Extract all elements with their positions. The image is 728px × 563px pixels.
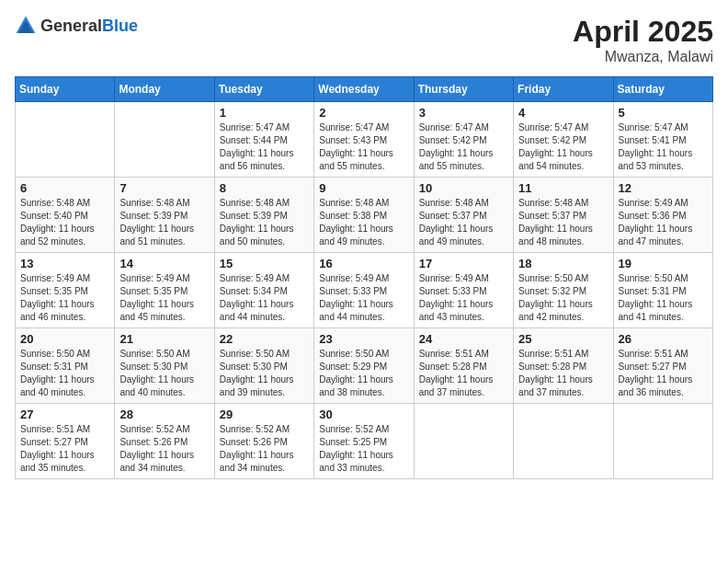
day-number: 2 [319,106,408,120]
day-info: Sunrise: 5:52 AM Sunset: 5:26 PM Dayligh… [220,423,309,475]
calendar-day-cell: 24Sunrise: 5:51 AM Sunset: 5:28 PM Dayli… [414,328,513,404]
day-number: 15 [220,257,309,270]
calendar-day-cell: 22Sunrise: 5:50 AM Sunset: 5:30 PM Dayli… [214,328,313,404]
calendar-day-cell: 27Sunrise: 5:51 AM Sunset: 5:27 PM Dayli… [16,404,115,479]
day-number: 20 [20,332,109,346]
day-info: Sunrise: 5:51 AM Sunset: 5:28 PM Dayligh… [518,348,608,399]
day-number: 24 [419,332,508,346]
day-of-week-header: Wednesday [314,77,414,102]
calendar-day-cell: 13Sunrise: 5:49 AM Sunset: 5:35 PM Dayli… [16,253,115,328]
day-info: Sunrise: 5:47 AM Sunset: 5:42 PM Dayligh… [419,121,508,173]
day-number: 25 [518,332,608,346]
day-number: 5 [619,106,708,120]
day-info: Sunrise: 5:47 AM Sunset: 5:42 PM Dayligh… [518,121,608,173]
day-number: 19 [619,257,708,270]
day-number: 22 [220,332,309,346]
day-number: 3 [419,106,508,120]
day-info: Sunrise: 5:48 AM Sunset: 5:37 PM Dayligh… [419,197,508,248]
day-info: Sunrise: 5:52 AM Sunset: 5:26 PM Dayligh… [119,423,209,475]
day-number: 16 [319,257,408,270]
day-info: Sunrise: 5:52 AM Sunset: 5:25 PM Dayligh… [319,423,408,475]
day-number: 30 [319,408,408,421]
calendar-body: 1Sunrise: 5:47 AM Sunset: 5:44 PM Daylig… [16,102,713,479]
day-number: 29 [220,408,309,421]
day-info: Sunrise: 5:48 AM Sunset: 5:39 PM Dayligh… [220,197,309,248]
calendar-day-cell: 8Sunrise: 5:48 AM Sunset: 5:39 PM Daylig… [214,178,313,253]
calendar-day-cell [414,404,513,479]
calendar-day-cell: 29Sunrise: 5:52 AM Sunset: 5:26 PM Dayli… [214,404,313,479]
calendar-day-cell: 5Sunrise: 5:47 AM Sunset: 5:41 PM Daylig… [613,102,712,178]
calendar-day-cell: 25Sunrise: 5:51 AM Sunset: 5:28 PM Dayli… [514,328,613,404]
day-info: Sunrise: 5:48 AM Sunset: 5:40 PM Dayligh… [20,197,109,248]
day-number: 1 [220,106,309,120]
calendar-day-cell: 12Sunrise: 5:49 AM Sunset: 5:36 PM Dayli… [613,178,712,253]
day-number: 10 [419,181,508,195]
calendar-week-row: 27Sunrise: 5:51 AM Sunset: 5:27 PM Dayli… [16,404,713,479]
day-number: 11 [518,181,608,195]
day-number: 26 [619,332,708,346]
calendar-day-cell: 4Sunrise: 5:47 AM Sunset: 5:42 PM Daylig… [514,102,613,178]
page-header: GeneralBlue April 2025 Mwanza, Malawi [15,15,713,65]
calendar-day-cell: 11Sunrise: 5:48 AM Sunset: 5:37 PM Dayli… [514,178,613,253]
day-info: Sunrise: 5:47 AM Sunset: 5:41 PM Dayligh… [619,121,708,173]
day-info: Sunrise: 5:47 AM Sunset: 5:43 PM Dayligh… [319,121,408,173]
calendar-day-cell: 7Sunrise: 5:48 AM Sunset: 5:39 PM Daylig… [115,178,214,253]
calendar-week-row: 1Sunrise: 5:47 AM Sunset: 5:44 PM Daylig… [16,102,713,178]
day-number: 17 [419,257,508,270]
day-number: 12 [619,181,708,195]
day-number: 27 [20,408,109,421]
title-area: April 2025 Mwanza, Malawi [573,15,713,65]
day-number: 21 [119,332,209,346]
month-title: April 2025 [573,15,713,49]
calendar-day-cell: 26Sunrise: 5:51 AM Sunset: 5:27 PM Dayli… [613,328,712,404]
location-title: Mwanza, Malawi [573,49,713,65]
calendar-week-row: 6Sunrise: 5:48 AM Sunset: 5:40 PM Daylig… [16,178,713,253]
calendar-header-row: SundayMondayTuesdayWednesdayThursdayFrid… [16,77,713,102]
day-info: Sunrise: 5:49 AM Sunset: 5:33 PM Dayligh… [319,272,408,324]
calendar-day-cell: 16Sunrise: 5:49 AM Sunset: 5:33 PM Dayli… [314,253,414,328]
calendar-week-row: 20Sunrise: 5:50 AM Sunset: 5:31 PM Dayli… [16,328,713,404]
day-of-week-header: Tuesday [214,77,313,102]
calendar-day-cell: 9Sunrise: 5:48 AM Sunset: 5:38 PM Daylig… [314,178,414,253]
day-info: Sunrise: 5:49 AM Sunset: 5:35 PM Dayligh… [20,272,109,324]
calendar-day-cell: 23Sunrise: 5:50 AM Sunset: 5:29 PM Dayli… [314,328,414,404]
day-of-week-header: Sunday [16,77,115,102]
day-info: Sunrise: 5:49 AM Sunset: 5:34 PM Dayligh… [220,272,309,324]
day-info: Sunrise: 5:48 AM Sunset: 5:38 PM Dayligh… [319,197,408,248]
day-info: Sunrise: 5:51 AM Sunset: 5:27 PM Dayligh… [20,423,109,475]
logo-blue-text: Blue [102,17,138,35]
calendar-day-cell: 28Sunrise: 5:52 AM Sunset: 5:26 PM Dayli… [115,404,214,479]
day-of-week-header: Monday [115,77,214,102]
calendar-day-cell [613,404,712,479]
logo-icon [15,15,37,37]
calendar-table: SundayMondayTuesdayWednesdayThursdayFrid… [15,76,713,479]
calendar-day-cell: 1Sunrise: 5:47 AM Sunset: 5:44 PM Daylig… [214,102,313,178]
calendar-day-cell: 14Sunrise: 5:49 AM Sunset: 5:35 PM Dayli… [115,253,214,328]
day-number: 9 [319,181,408,195]
day-info: Sunrise: 5:50 AM Sunset: 5:31 PM Dayligh… [20,348,109,399]
day-number: 13 [20,257,109,270]
day-number: 4 [518,106,608,120]
day-number: 23 [319,332,408,346]
day-number: 14 [119,257,209,270]
calendar-day-cell [16,102,115,178]
day-number: 6 [20,181,109,195]
day-number: 7 [119,181,209,195]
calendar-day-cell: 30Sunrise: 5:52 AM Sunset: 5:25 PM Dayli… [314,404,414,479]
day-info: Sunrise: 5:49 AM Sunset: 5:36 PM Dayligh… [619,197,708,248]
day-info: Sunrise: 5:51 AM Sunset: 5:27 PM Dayligh… [619,348,708,399]
day-of-week-header: Thursday [414,77,513,102]
logo: GeneralBlue [15,15,138,37]
calendar-day-cell: 6Sunrise: 5:48 AM Sunset: 5:40 PM Daylig… [16,178,115,253]
day-info: Sunrise: 5:47 AM Sunset: 5:44 PM Dayligh… [220,121,309,173]
calendar-day-cell: 2Sunrise: 5:47 AM Sunset: 5:43 PM Daylig… [314,102,414,178]
day-info: Sunrise: 5:48 AM Sunset: 5:39 PM Dayligh… [119,197,209,248]
day-number: 18 [518,257,608,270]
calendar-day-cell: 20Sunrise: 5:50 AM Sunset: 5:31 PM Dayli… [16,328,115,404]
day-of-week-header: Friday [514,77,613,102]
day-info: Sunrise: 5:48 AM Sunset: 5:37 PM Dayligh… [518,197,608,248]
calendar-day-cell: 21Sunrise: 5:50 AM Sunset: 5:30 PM Dayli… [115,328,214,404]
calendar-day-cell [514,404,613,479]
day-number: 28 [119,408,209,421]
day-info: Sunrise: 5:50 AM Sunset: 5:30 PM Dayligh… [119,348,209,399]
